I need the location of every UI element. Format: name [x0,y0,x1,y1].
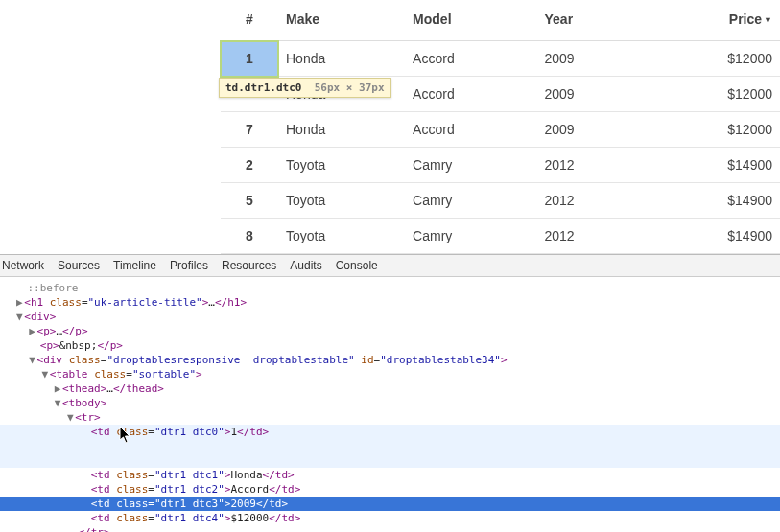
cell-model[interactable]: Camry [405,219,536,254]
dom-line[interactable]: <p>&nbsp;</p> [0,338,780,353]
table-row: 1 td.dtr1.dtc0 56px × 37px Honda Accord … [221,41,780,77]
dom-line[interactable]: </tr> [0,525,780,532]
collapse-arrow-icon[interactable]: ▼ [40,367,50,382]
cell-year[interactable]: 2012 [537,183,642,219]
sort-desc-icon: ▼ [764,15,772,25]
page-main: # Make Model Year Price▼ 1 td.dtr1.dtc0 … [0,0,780,254]
tab-timeline[interactable]: Timeline [113,259,156,272]
expand-arrow-icon[interactable]: ▶ [53,382,62,396]
tab-resources[interactable]: Resources [222,259,276,272]
cell-idx[interactable]: 5 [221,183,278,219]
expand-arrow-icon[interactable]: ▶ [14,295,24,310]
table-row: 2 Toyota Camry 2012 $14900 [221,148,780,183]
elements-dom-tree[interactable]: ::before ▶<h1 class="uk-article-title">…… [0,277,780,532]
dom-line[interactable]: <td class="dtr1 dtc2">Accord</td> [0,482,780,497]
col-year[interactable]: Year [537,0,642,41]
table-row: 5 Toyota Camry 2012 $14900 [221,183,780,219]
cell-price[interactable]: $14900 [641,148,780,183]
tooltip-dims [308,81,315,94]
tab-network[interactable]: Network [2,259,44,272]
dom-line[interactable]: ▶<h1 class="uk-article-title">…</h1> [0,295,780,310]
table-body: 1 td.dtr1.dtc0 56px × 37px Honda Accord … [221,41,780,254]
cell-make[interactable]: Toyota [278,219,405,254]
dom-line[interactable]: <td class="dtr1 dtc4">$12000</td> [0,511,780,525]
cell-year[interactable]: 2009 [537,77,642,112]
tooltip-dims-text: 56px × 37px [315,81,385,94]
cell-price[interactable]: $12000 [641,112,780,148]
expand-arrow-icon[interactable]: ▶ [28,324,37,338]
dom-line[interactable]: ▼<table class="sortable"> [0,367,780,382]
tooltip-selector: td.dtr1.dtc0 [225,81,301,94]
tab-audits[interactable]: Audits [290,259,321,272]
ellipsis-text: … [106,382,113,395]
col-price-label: Price [729,12,762,27]
cell-model[interactable]: Accord [405,77,536,112]
tab-console[interactable]: Console [336,259,378,272]
cell-model[interactable]: Accord [405,41,536,77]
dom-line[interactable]: ▼<tr> [0,410,780,425]
cell-year[interactable]: 2009 [537,41,642,77]
cell-make[interactable]: Honda [278,112,405,148]
cell-idx[interactable]: 1 td.dtr1.dtc0 56px × 37px [221,41,278,77]
nbsp-text: &nbsp; [59,339,98,352]
ellipsis-text: … [208,296,215,309]
cell-idx-text: 1 [246,51,253,66]
col-price[interactable]: Price▼ [641,0,780,41]
collapse-arrow-icon[interactable]: ▼ [65,410,75,425]
dom-line-selected[interactable]: <td class="dtr1 dtc3">2009</td> [0,497,780,511]
table-row: 8 Toyota Camry 2012 $14900 [221,219,780,254]
col-model[interactable]: Model [405,0,536,41]
dom-line[interactable]: ▶<p>…</p> [0,324,780,338]
dom-line[interactable]: ▼<div class="droptablesresponsive dropta… [0,353,780,367]
cell-price[interactable]: $14900 [641,219,780,254]
cell-year[interactable]: 2012 [537,219,642,254]
cell-model[interactable]: Camry [405,183,536,219]
cell-price[interactable]: $12000 [641,41,780,77]
tab-sources[interactable]: Sources [58,259,100,272]
table-head: # Make Model Year Price▼ [221,0,780,41]
cell-idx[interactable]: 8 [221,219,278,254]
cell-idx[interactable]: 2 [221,148,278,183]
dom-line[interactable]: <td class="dtr1 dtc0">1</td> [0,425,780,468]
col-idx[interactable]: # [221,0,278,41]
pseudo-before: ::before [28,282,79,294]
dom-line[interactable]: ::before [0,281,780,295]
dom-line[interactable]: ▶<thead>…</thead> [0,382,780,396]
cell-year[interactable]: 2012 [537,148,642,183]
cell-price[interactable]: $12000 [641,77,780,112]
ellipsis-text: … [56,325,62,337]
cell-make[interactable]: Toyota [278,183,405,219]
tab-profiles[interactable]: Profiles [170,259,208,272]
collapse-arrow-icon[interactable]: ▼ [14,310,24,324]
devtools-panel: Network Sources Timeline Profiles Resour… [0,254,780,532]
dom-line[interactable]: <td class="dtr1 dtc1">Honda</td> [0,468,780,482]
table-row: 7 Honda Accord 2009 $12000 [221,112,780,148]
cell-idx[interactable]: 7 [221,112,278,148]
dom-line[interactable]: ▼<tbody> [0,396,780,410]
inspect-tooltip: td.dtr1.dtc0 56px × 37px [219,78,391,98]
col-make[interactable]: Make [278,0,405,41]
devtools-tabs: Network Sources Timeline Profiles Resour… [0,255,780,277]
cell-year[interactable]: 2009 [537,112,642,148]
cell-price[interactable]: $14900 [641,183,780,219]
cell-model[interactable]: Accord [405,112,536,148]
cell-make[interactable]: Toyota [278,148,405,183]
collapse-arrow-icon[interactable]: ▼ [28,353,37,367]
dom-line[interactable]: ▼<div> [0,310,780,324]
cell-make[interactable]: Honda [278,41,405,77]
collapse-arrow-icon[interactable]: ▼ [53,396,62,410]
cell-model[interactable]: Camry [405,148,536,183]
cars-table: # Make Model Year Price▼ 1 td.dtr1.dtc0 … [221,0,780,254]
